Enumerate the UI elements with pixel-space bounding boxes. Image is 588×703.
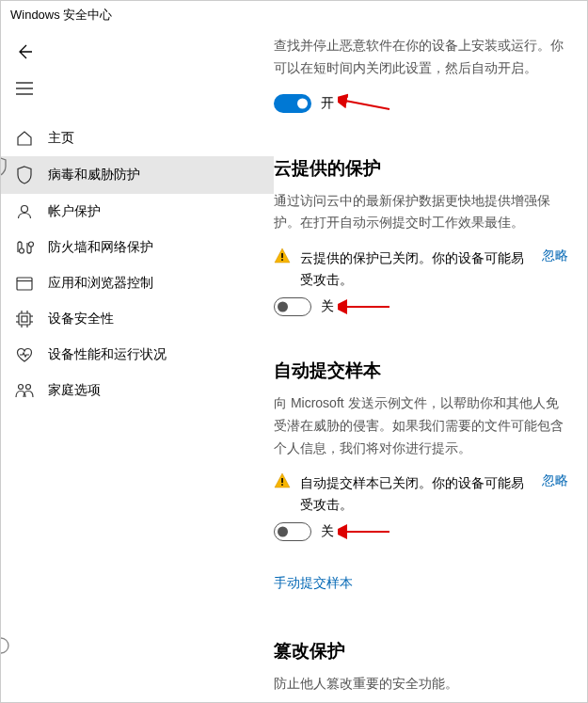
sidebar-item-family[interactable]: 家庭选项 — [1, 373, 274, 408]
sidebar-item-account[interactable]: 帐户保护 — [1, 194, 274, 230]
sample-title: 自动提交样本 — [274, 359, 568, 383]
sidebar-item-label: 病毒和威胁防护 — [48, 167, 140, 184]
realtime-desc: 查找并停止恶意软件在你的设备上安装或运行。你可以在短时间内关闭此设置，然后自动开… — [274, 35, 568, 80]
sidebar-item-device-security[interactable]: 设备安全性 — [1, 301, 274, 337]
svg-rect-9 — [19, 313, 30, 325]
arrow-annotation-icon — [338, 297, 394, 316]
menu-button[interactable] — [1, 72, 274, 105]
tamper-title: 篡改保护 — [274, 639, 568, 663]
sidebar-item-label: 帐户保护 — [48, 203, 101, 220]
sample-dismiss[interactable]: 忽略 — [542, 472, 568, 489]
svg-point-5 — [20, 248, 24, 253]
sidebar-item-label: 防火墙和网络保护 — [48, 239, 153, 256]
sidebar-item-firewall[interactable]: 防火墙和网络保护 — [1, 230, 274, 265]
svg-point-0 — [0, 638, 8, 653]
family-icon — [14, 383, 35, 398]
sample-state: 关 — [321, 523, 334, 540]
tamper-desc: 防止他人篡改重要的安全功能。 — [274, 673, 568, 695]
svg-rect-27 — [281, 478, 283, 483]
firewall-icon — [14, 240, 35, 255]
sidebar-item-label: 家庭选项 — [48, 382, 101, 399]
arrow-annotation-icon — [338, 93, 394, 114]
svg-point-19 — [19, 385, 24, 390]
sample-warning: 自动提交样本已关闭。你的设备可能易受攻击。 — [300, 472, 532, 515]
svg-rect-28 — [281, 485, 283, 487]
svg-rect-10 — [22, 316, 27, 322]
cloud-desc: 通过访问云中的最新保护数据更快地提供增强保护。在打开自动示例提交时工作效果最佳。 — [274, 190, 568, 235]
svg-rect-23 — [281, 253, 283, 258]
sidebar-item-label: 主页 — [48, 130, 74, 147]
sidebar: 主页 病毒和威胁防护 帐户保护 防火墙和网络保护 应用和浏览器控制 — [1, 29, 274, 703]
heart-icon — [14, 347, 35, 362]
arrow-annotation-icon — [338, 522, 394, 541]
sidebar-item-performance[interactable]: 设备性能和运行状况 — [1, 337, 274, 373]
sidebar-item-label: 设备性能和运行状况 — [48, 346, 167, 363]
warning-icon — [274, 472, 291, 489]
svg-point-4 — [22, 206, 28, 213]
sample-desc: 向 Microsoft 发送示例文件，以帮助你和其他人免受潜在威胁的侵害。如果我… — [274, 392, 568, 459]
shield-icon — [14, 166, 35, 184]
manual-submit-link[interactable]: 手动提交样本 — [274, 575, 353, 592]
cloud-state: 关 — [321, 298, 334, 315]
svg-rect-24 — [281, 259, 283, 261]
realtime-toggle[interactable] — [274, 94, 311, 113]
warning-icon — [274, 248, 291, 264]
hamburger-icon — [14, 82, 35, 95]
back-arrow-icon — [14, 42, 35, 61]
sidebar-item-app[interactable]: 应用和浏览器控制 — [1, 265, 274, 301]
cloud-dismiss[interactable]: 忽略 — [542, 248, 568, 264]
home-icon — [14, 130, 35, 147]
cloud-warning: 云提供的保护已关闭。你的设备可能易受攻击。 — [300, 248, 532, 290]
svg-line-22 — [345, 101, 389, 109]
chip-icon — [14, 311, 35, 328]
realtime-state: 开 — [321, 95, 334, 112]
back-button[interactable] — [1, 32, 274, 72]
cloud-toggle[interactable] — [274, 297, 311, 316]
account-icon — [14, 203, 35, 220]
sidebar-item-home[interactable]: 主页 — [1, 120, 274, 156]
content-area: 查找并停止恶意软件在你的设备上安装或运行。你可以在短时间内关闭此设置，然后自动开… — [274, 29, 587, 703]
cloud-title: 云提供的保护 — [274, 156, 568, 181]
window-title: Windows 安全中心 — [1, 1, 587, 29]
svg-rect-7 — [17, 278, 32, 290]
sidebar-item-label: 设备安全性 — [48, 311, 114, 328]
svg-point-20 — [26, 385, 31, 390]
sidebar-item-label: 应用和浏览器控制 — [48, 275, 153, 292]
app-browser-icon — [14, 277, 35, 291]
svg-point-6 — [29, 242, 34, 247]
sample-toggle[interactable] — [274, 522, 311, 541]
sidebar-item-virus[interactable]: 病毒和威胁防护 — [1, 156, 274, 194]
ellipse-edge-icon — [0, 636, 10, 655]
